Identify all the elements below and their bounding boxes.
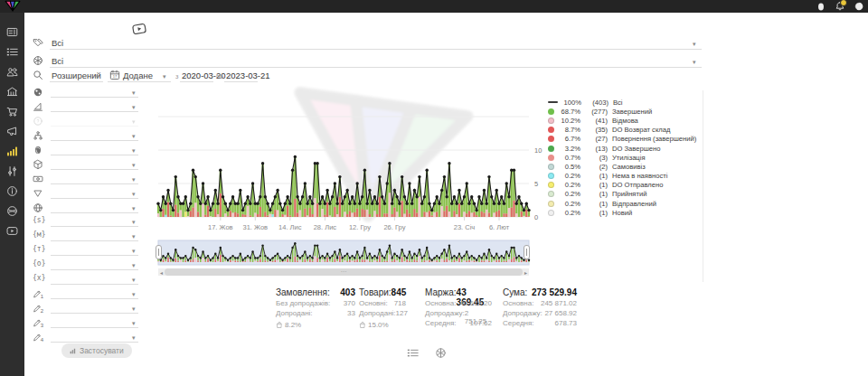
- country-filter[interactable]: [51, 88, 138, 98]
- legend-item[interactable]: 0.2%(1)Відправлений: [548, 199, 702, 208]
- product-filter[interactable]: [51, 160, 138, 170]
- custom-field-4-filter-icon: 4: [33, 332, 43, 343]
- legend-item[interactable]: 0.2%(1)DO Отправлено: [548, 181, 702, 190]
- sidebar-item-marketplace[interactable]: [6, 86, 18, 98]
- inactive-filter[interactable]: [51, 117, 138, 127]
- date-field-underline[interactable]: [108, 71, 171, 82]
- utm-term-filter[interactable]: [51, 246, 138, 256]
- legend-percent: 68.7%: [557, 108, 580, 116]
- user-egg-icon[interactable]: [816, 1, 826, 12]
- chevron-down-icon: ▾: [132, 291, 136, 297]
- sidebar-item-partners[interactable]: [6, 205, 18, 217]
- custom-field-2-filter[interactable]: [51, 304, 138, 314]
- sidebar-item-orders[interactable]: [6, 46, 18, 58]
- legend-item[interactable]: 8.7%(35)DO Возврат склад: [548, 126, 702, 135]
- search-icon[interactable]: [33, 70, 43, 80]
- list-view-button[interactable]: [407, 347, 419, 359]
- summary-margin: Маржа:43 369.45Основна:40 618.20Допродаж…: [425, 287, 492, 329]
- chevron-down-icon: ▾: [132, 277, 136, 283]
- legend-item[interactable]: 100%(403)Всі: [548, 98, 702, 107]
- legend-color-swatch: [548, 146, 554, 152]
- legend-count: (403): [581, 99, 609, 107]
- legend-item[interactable]: 0.2%(1)Прийнятий: [548, 190, 702, 199]
- profile-avatar-icon[interactable]: [854, 1, 864, 12]
- products-filter[interactable]: [50, 57, 702, 68]
- sidebar-item-dashboard[interactable]: [6, 26, 18, 38]
- sidebar-item-cart[interactable]: [6, 106, 18, 118]
- chevron-down-icon: ▾: [693, 41, 696, 47]
- package-view-button[interactable]: [435, 347, 447, 359]
- notifications-bell-icon[interactable]: [835, 1, 845, 12]
- scroll-left-arrow[interactable]: ◂: [158, 268, 165, 276]
- legend-label: DO Отправлено: [612, 181, 663, 189]
- video-hint-icon[interactable]: [127, 20, 152, 38]
- site-filter[interactable]: [51, 203, 138, 213]
- legend-color-swatch: [548, 118, 554, 124]
- chart-scrollbar[interactable]: ◂ ⋯ ▸: [158, 268, 529, 276]
- sidebar-item-statistics[interactable]: [6, 146, 18, 157]
- legend-item[interactable]: 0.2%(1)Новий: [548, 208, 702, 217]
- chart-icon: [70, 347, 77, 354]
- utm-campaign-filter[interactable]: [51, 275, 138, 285]
- brush-handle-left[interactable]: [156, 245, 162, 259]
- notification-badge: [840, 0, 847, 6]
- brush-handle-right[interactable]: [524, 245, 530, 259]
- svg-text:5: 5: [534, 180, 538, 188]
- legend-color-swatch: [548, 108, 554, 115]
- legend-label: Відправлений: [612, 200, 656, 208]
- filter-mode-underline[interactable]: [50, 71, 103, 82]
- utm-source-filter-icon: {s}: [33, 216, 43, 227]
- legend-item[interactable]: 6.7%(27)Повернення (завершений): [548, 135, 702, 144]
- legend-item[interactable]: 0.5%(2)Самовивіз: [548, 162, 702, 171]
- custom-field-4-filter[interactable]: [51, 333, 138, 343]
- scrollbar-thumb[interactable]: ⋯: [165, 268, 523, 276]
- funnel-filter[interactable]: [51, 189, 138, 199]
- summary-total: Сума:273 529.94Основна:245 871.02Допрода…: [503, 287, 577, 329]
- legend-color-swatch: [548, 136, 554, 142]
- tags-filter[interactable]: [50, 39, 702, 50]
- legend-item[interactable]: 0.7%(3)Утилізація: [548, 153, 702, 162]
- legend-label: DO Возврат склад: [612, 126, 670, 134]
- summary-title: Сума:: [503, 287, 527, 297]
- legend-label: DO Завершено: [612, 145, 660, 153]
- legend-color-swatch: [548, 210, 554, 216]
- scroll-right-arrow[interactable]: ▸: [523, 268, 529, 276]
- structure-filter[interactable]: [51, 131, 138, 141]
- app-sidebar: [0, 13, 24, 376]
- chevron-down-icon: ▾: [132, 89, 136, 96]
- svg-text:6. Лют: 6. Лют: [489, 223, 510, 231]
- legend-count: (1): [580, 200, 608, 208]
- legend-item[interactable]: 68.7%(277)Завершений: [548, 107, 702, 116]
- chart-brush-minimap[interactable]: [154, 240, 542, 268]
- utm-source-filter[interactable]: [51, 217, 138, 227]
- utm-medium-filter[interactable]: [51, 231, 138, 241]
- bag-icon: [276, 321, 283, 329]
- country-filter-icon: [33, 87, 43, 98]
- summary-value: 845: [392, 287, 407, 297]
- chevron-down-icon: ▾: [132, 104, 136, 110]
- sidebar-item-settings[interactable]: [6, 165, 18, 177]
- person-filter[interactable]: [51, 146, 138, 155]
- custom-field-3-filter[interactable]: [51, 318, 138, 328]
- legend-item[interactable]: 0.2%(1)Нема в наявності: [548, 172, 702, 181]
- sidebar-item-marketing[interactable]: [6, 126, 18, 137]
- measure-filter[interactable]: [51, 102, 138, 112]
- legend-item[interactable]: 10.2%(41)Відмова: [548, 116, 702, 125]
- utm-content-filter[interactable]: [51, 260, 138, 270]
- summary-sub-label: Основна:: [503, 299, 533, 307]
- payment-filter[interactable]: [51, 174, 138, 184]
- sidebar-item-video[interactable]: [6, 225, 18, 237]
- apply-button[interactable]: Застосувати: [61, 343, 132, 358]
- legend-count: (277): [580, 108, 608, 116]
- svg-text:12. Гру: 12. Гру: [349, 223, 371, 231]
- app-logo-icon[interactable]: [3, 0, 23, 13]
- legend-percent: 0.2%: [557, 181, 580, 189]
- summary-sub-value: 678.73: [555, 319, 577, 327]
- legend-item[interactable]: 3.2%(13)DO Завершено: [548, 144, 702, 153]
- custom-field-1-filter[interactable]: [51, 289, 138, 299]
- summary-sub-value: 127: [396, 309, 408, 317]
- sidebar-item-info[interactable]: [6, 185, 18, 197]
- legend-line-swatch: [548, 101, 558, 103]
- svg-text:17. Жов: 17. Жов: [208, 223, 233, 231]
- sidebar-item-customers[interactable]: [6, 66, 18, 78]
